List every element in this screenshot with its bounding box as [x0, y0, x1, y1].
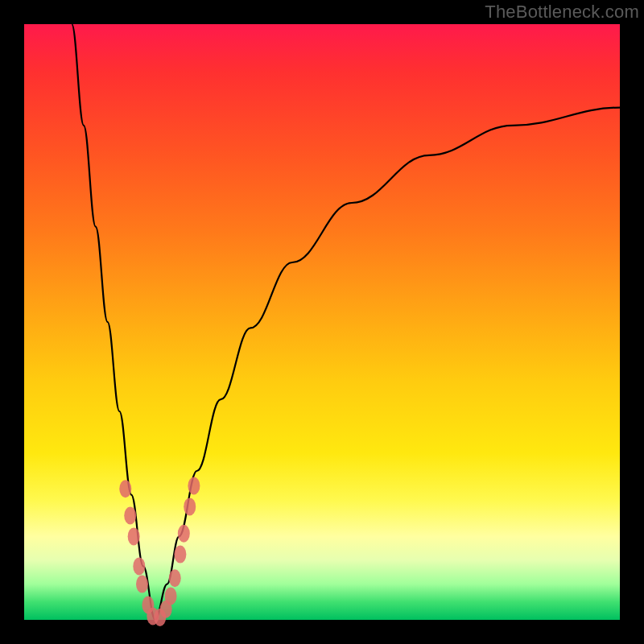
data-marker — [124, 507, 136, 525]
curves-layer — [24, 24, 620, 620]
curve-left-branch — [72, 24, 155, 620]
data-marker — [133, 557, 145, 575]
data-marker — [184, 497, 196, 515]
chart-frame: TheBottleneck.com — [0, 0, 644, 644]
data-marker — [128, 527, 140, 545]
data-marker — [119, 480, 131, 497]
watermark-text: TheBottleneck.com — [485, 2, 639, 23]
data-marker — [178, 525, 190, 543]
marker-cluster — [119, 477, 200, 627]
data-marker — [169, 569, 181, 587]
data-marker — [136, 576, 148, 593]
plot-area — [24, 24, 620, 620]
data-marker — [165, 587, 177, 605]
data-marker — [188, 477, 200, 495]
data-marker — [174, 546, 186, 564]
curve-right-branch — [155, 108, 620, 620]
